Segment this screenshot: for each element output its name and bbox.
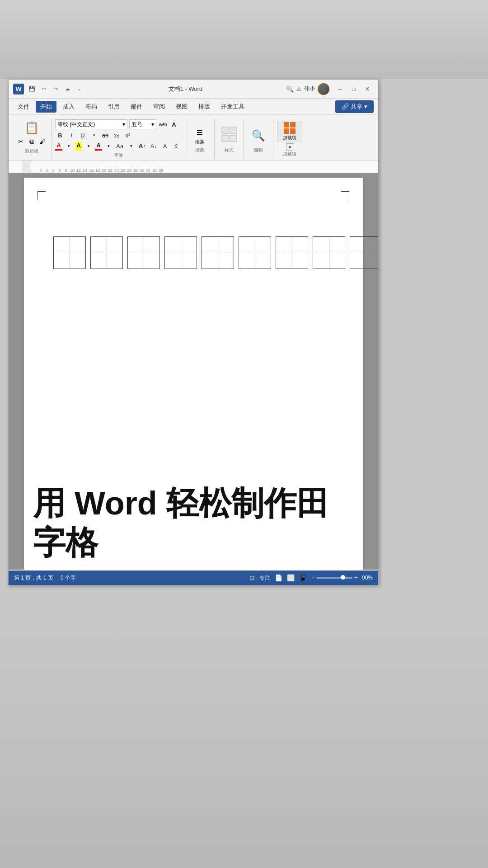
focus-mode-icon[interactable]: ⊡ [249,574,255,581]
ruler-24: 24 [113,168,120,173]
addins-grid [284,122,296,134]
corner-mark-tr [341,191,349,199]
subscript-button[interactable]: x₂ [112,130,122,140]
font-name-dropdown: ▾ [122,121,125,127]
wubi-btn[interactable]: wén [158,119,168,129]
dropdown-u[interactable]: ▾ [89,130,99,140]
redo-btn[interactable]: ↪ [51,85,60,94]
paragraph-icon: ≡ [197,126,203,139]
aa-dropdown[interactable]: ▾ [126,141,136,151]
menu-home[interactable]: 开始 [36,101,56,113]
word-count: 0 个字 [61,574,76,582]
font-size-value: 五号 [131,121,142,128]
clear-format-btn[interactable]: A [160,141,170,151]
view-btn-2[interactable]: ⬜ [287,574,295,581]
text-effects-btn[interactable]: A [169,119,179,129]
search-icon[interactable]: 🔍 [283,85,296,93]
format-painter-button[interactable]: 🖌 [38,137,47,146]
menu-mailings[interactable]: 邮件 [126,101,147,113]
font-color-dropdown2[interactable]: ▾ [103,141,113,151]
addin-square-1 [284,122,289,127]
highlight-letter: A [75,142,81,149]
strikethrough-button[interactable]: ab [100,130,110,140]
document-body[interactable]: 用 Word 轻松制作田字格 [9,173,378,570]
editing-button[interactable]: 🔍 [248,125,269,146]
ruler-38: 38 [158,168,164,173]
editing-label: 编辑 [254,146,263,154]
bold-button[interactable]: B [55,130,65,140]
undo-btn[interactable]: ↩ [39,85,48,94]
svg-rect-2 [222,135,228,142]
warning-icon: ⚠ [296,86,301,92]
quick-access-btn[interactable]: ⌄ [75,85,84,94]
ruler-26: 26 [120,168,126,173]
superscript-button[interactable]: x² [123,130,133,140]
zoom-minus[interactable]: − [311,575,314,581]
share-button[interactable]: 🔗 共享 ▾ [335,100,374,113]
restore-btn[interactable]: □ [347,83,360,95]
close-btn[interactable]: ✕ [361,83,374,95]
zoom-thumb [341,575,345,580]
font-color-bar2 [95,149,102,151]
tian-zi-ge-row [53,236,338,269]
cut-button[interactable]: ✂ [16,137,26,146]
menu-developer[interactable]: 开发工具 [216,101,249,113]
styles-button[interactable] [218,125,240,146]
ruler-32: 32 [139,168,145,173]
menu-layout[interactable]: 布局 [81,101,102,113]
menu-references[interactable]: 引用 [103,101,124,113]
font-group-label: 字体 [55,152,181,159]
highlight-btn[interactable]: A [75,142,82,151]
tian-cell-2 [90,236,123,269]
paragraph-button[interactable]: ≡ 段落 [189,125,211,146]
addins-button[interactable]: 加载项 [277,121,302,142]
zoom-slider[interactable]: − + [311,575,357,581]
view-btn-1[interactable]: 📄 [275,574,282,581]
font-size-selector[interactable]: 五号 ▾ [129,119,156,129]
save-btn[interactable]: 💾 [28,85,37,94]
menu-review[interactable]: 审阅 [149,101,169,113]
clipboard-small-btns: ✂ ⧉ 🖌 [16,137,47,146]
title-bar-controls: 💾 ↩ ↪ ☁ ⌄ [28,85,84,94]
cloud-btn[interactable]: ☁ [63,85,72,94]
font-color-btn2[interactable]: A [95,142,102,151]
ruler-0: 0 [38,168,44,173]
zoom-track [316,577,352,579]
clipboard-group: 📋 ✂ ⧉ 🖌 剪贴板 [12,118,52,160]
zoom-value: 90% [362,575,373,581]
font-size-aa[interactable]: Aa [115,141,125,151]
menu-insert[interactable]: 插入 [58,101,79,113]
font-color-btn[interactable]: A [55,142,62,151]
phonetic-btn[interactable]: 文 [171,141,181,151]
font-color-letter: A [56,142,61,149]
svg-rect-3 [230,135,236,142]
font-color-dropdown[interactable]: ▾ [64,141,74,151]
paste-button[interactable]: 📋 [23,119,40,136]
view-btn-3[interactable]: 📱 [299,574,307,581]
focus-mode-label: 专注 [259,574,270,582]
ruler: 0 2 4 6 8 10 12 14 16 18 20 22 24 26 28 … [9,160,378,173]
shrink-font-btn[interactable]: A↓ [149,141,159,151]
ribbon: 📋 ✂ ⧉ 🖌 剪贴板 等线 (中文正文) ▾ 五号 [9,115,378,160]
menu-view[interactable]: 视图 [171,101,192,113]
menu-file[interactable]: 文件 [13,101,34,113]
addins-label: 加载项 [283,151,296,158]
status-left: 第 1 页，共 1 页 0 个字 [14,574,76,582]
menu-layout2[interactable]: 排版 [194,101,215,113]
grow-font-btn[interactable]: A↑ [137,141,147,151]
italic-button[interactable]: I [66,130,76,140]
copy-button[interactable]: ⧉ [27,137,37,146]
highlight-dropdown[interactable]: ▾ [84,141,94,151]
underline-button[interactable]: U [78,130,88,140]
ruler-content: 0 2 4 6 8 10 12 14 16 18 20 22 24 26 28 … [33,160,164,173]
ruler-10: 10 [69,168,75,173]
window-controls: ─ □ ✕ [334,83,374,95]
font-name-selector[interactable]: 等线 (中文正文) ▾ [55,119,127,129]
tian-cell-7 [276,236,308,269]
zoom-plus[interactable]: + [354,575,357,581]
font-top-row: 等线 (中文正文) ▾ 五号 ▾ wén A [55,119,181,129]
ruler-28: 28 [126,168,132,173]
expand-ribbon-btn[interactable]: ▾ [286,143,293,151]
minimize-btn[interactable]: ─ [334,83,347,95]
paragraph-btn-label: 段落 [195,139,204,145]
